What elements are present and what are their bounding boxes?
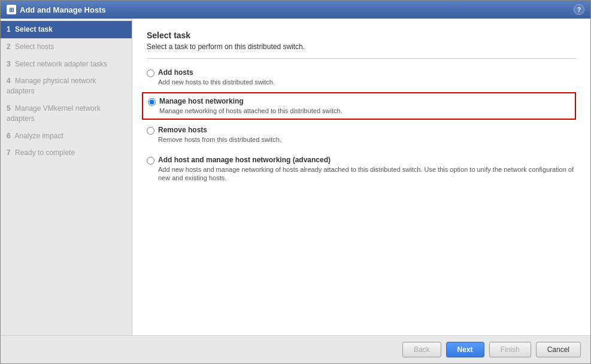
divider (147, 58, 576, 59)
sidebar-item-vmkernel-adapters: 5 Manage VMkernel network adapters (1, 100, 132, 128)
sidebar-label-7: Ready to complete (15, 148, 75, 157)
step-num-4: 4 (7, 77, 11, 85)
label-remove-hosts-desc: Remove hosts from this distributed switc… (158, 136, 281, 143)
sidebar: 1 Select task 2 Select hosts 3 Select ne… (1, 19, 132, 335)
sidebar-item-ready-to-complete: 7 Ready to complete (1, 144, 132, 162)
dialog-icon: ⊞ (7, 5, 16, 14)
sidebar-label-2: Select hosts (15, 43, 54, 51)
sidebar-item-select-hosts: 2 Select hosts (1, 38, 132, 56)
spacer (147, 150, 576, 156)
step-num-6: 6 (7, 132, 11, 140)
help-button[interactable]: ? (574, 4, 584, 15)
step-num-2: 2 (7, 43, 11, 51)
label-add-hosts-title: Add hosts (158, 68, 275, 77)
section-subtitle: Select a task to perform on this distrib… (147, 43, 576, 51)
label-remove-hosts: Remove hosts Remove hosts from this dist… (158, 126, 281, 144)
option-add-hosts[interactable]: Add hosts Add new hosts to this distribu… (147, 68, 576, 86)
highlighted-option-manage-networking: Manage host networking Manage networking… (142, 92, 576, 120)
sidebar-label-3: Select network adapter tasks (15, 60, 107, 68)
label-add-hosts-desc: Add new hosts to this distributed switch… (158, 78, 275, 86)
radio-add-hosts[interactable] (147, 69, 154, 77)
label-advanced-desc: Add new hosts and manage networking of h… (158, 166, 574, 181)
option-manage-host-networking[interactable]: Manage host networking Manage networking… (148, 97, 570, 115)
label-manage-networking-desc: Manage networking of hosts attached to t… (159, 107, 343, 114)
sidebar-item-network-adapter-tasks: 3 Select network adapter tasks (1, 56, 132, 73)
step-num-1: 1 (7, 25, 11, 34)
sidebar-label-4: Manage physical network adapters (7, 77, 96, 95)
section-title: Select task (147, 31, 576, 40)
dialog: ⊞ Add and Manage Hosts ? 1 Select task 2… (0, 0, 591, 364)
dialog-body: 1 Select task 2 Select hosts 3 Select ne… (1, 19, 590, 335)
title-bar-left: ⊞ Add and Manage Hosts (7, 5, 106, 14)
sidebar-item-analyze-impact: 6 Analyze impact (1, 128, 132, 145)
step-num-3: 3 (7, 60, 11, 68)
label-manage-networking-title: Manage host networking (159, 97, 343, 105)
step-num-5: 5 (7, 104, 11, 113)
cancel-button[interactable]: Cancel (536, 342, 581, 357)
back-button[interactable]: Back (402, 342, 441, 357)
sidebar-label-5: Manage VMkernel network adapters (7, 104, 101, 123)
sidebar-item-select-task[interactable]: 1 Select task (1, 21, 132, 38)
step-num-7: 7 (7, 148, 11, 157)
label-manage-host-networking: Manage host networking Manage networking… (159, 97, 343, 115)
radio-remove-hosts[interactable] (147, 127, 154, 135)
main-content: Select task Select a task to perform on … (132, 19, 590, 335)
sidebar-label-1: Select task (15, 25, 53, 34)
option-add-host-advanced[interactable]: Add host and manage host networking (adv… (147, 156, 576, 182)
label-remove-hosts-title: Remove hosts (158, 126, 281, 134)
title-bar: ⊞ Add and Manage Hosts ? (1, 1, 590, 19)
radio-add-host-advanced[interactable] (147, 157, 154, 165)
dialog-title: Add and Manage Hosts (20, 5, 106, 14)
footer: Back Next Finish Cancel (1, 335, 590, 363)
radio-manage-host-networking[interactable] (148, 98, 156, 106)
next-button[interactable]: Next (446, 342, 484, 357)
sidebar-label-6: Analyze impact (14, 132, 63, 140)
option-remove-hosts[interactable]: Remove hosts Remove hosts from this dist… (147, 126, 576, 144)
label-add-host-advanced: Add host and manage host networking (adv… (158, 156, 576, 182)
label-advanced-title: Add host and manage host networking (adv… (158, 156, 576, 164)
sidebar-item-physical-adapters: 4 Manage physical network adapters (1, 72, 132, 100)
label-add-hosts: Add hosts Add new hosts to this distribu… (158, 68, 275, 86)
finish-button[interactable]: Finish (489, 342, 531, 357)
